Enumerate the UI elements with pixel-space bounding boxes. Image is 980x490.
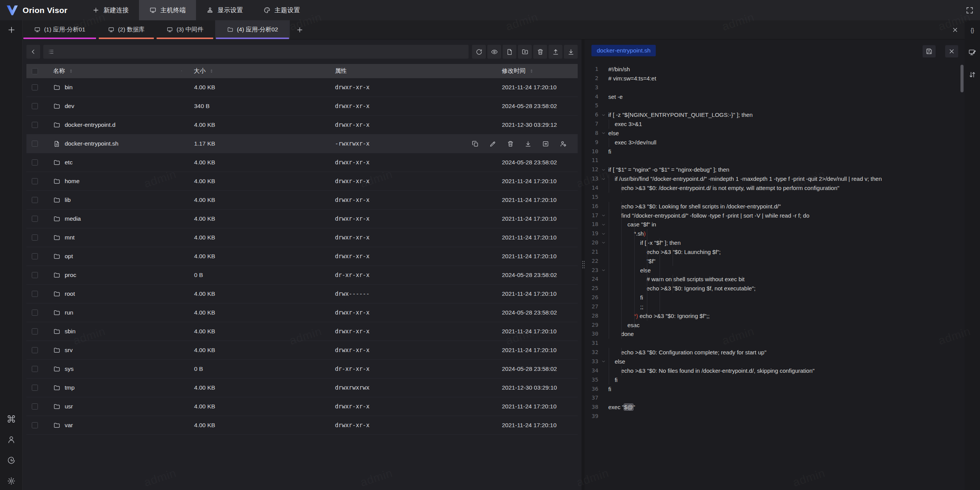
panel-divider[interactable] — [581, 39, 585, 490]
download-button[interactable] — [564, 45, 578, 59]
file-name[interactable]: tmp — [43, 384, 188, 392]
menu-host-terminal[interactable]: 主机终端 — [139, 0, 196, 20]
permission-action-button[interactable] — [560, 140, 567, 147]
table-row[interactable]: home4.00 KBdrwxr-xr-x2021-11-24 17:20:10 — [26, 172, 578, 191]
row-checkbox[interactable] — [32, 366, 38, 372]
table-row[interactable]: lib4.00 KBdrwxr-xr-x2021-11-24 17:20:10 — [26, 191, 578, 210]
file-name[interactable]: home — [43, 178, 188, 185]
fold-caret-icon[interactable] — [598, 211, 608, 220]
select-all-checkbox[interactable] — [32, 68, 38, 74]
row-checkbox[interactable] — [32, 141, 38, 147]
row-checkbox[interactable] — [32, 122, 38, 128]
fold-caret-icon[interactable] — [598, 266, 608, 275]
file-name[interactable]: usr — [43, 403, 188, 410]
column-header[interactable]: 名称 — [43, 64, 188, 78]
table-row[interactable]: root4.00 KBdrwx------2021-11-24 17:20:10 — [26, 285, 578, 303]
settings-button[interactable] — [7, 477, 16, 485]
fold-caret-icon[interactable] — [598, 357, 608, 366]
fold-caret-icon[interactable] — [598, 110, 608, 120]
file-name[interactable]: docker-entrypoint.sh — [43, 140, 188, 147]
fold-caret-icon[interactable] — [598, 165, 608, 174]
editor-scrollbar[interactable] — [960, 65, 964, 92]
new-connection-rail-button[interactable] — [0, 25, 23, 34]
fold-caret-icon[interactable] — [598, 238, 608, 247]
fullscreen-button[interactable] — [965, 0, 974, 20]
edit-action-button[interactable] — [489, 140, 497, 147]
table-row[interactable]: dev340 Bdrwxr-xr-x2024-05-28 23:58:02 — [26, 97, 578, 116]
table-row[interactable]: docker-entrypoint.sh1.17 KB-rwxrwxr-x — [26, 134, 578, 153]
table-row[interactable]: media4.00 KBdrwxr-xr-x2021-11-24 17:20:1… — [26, 210, 578, 228]
fold-caret-icon[interactable] — [598, 229, 608, 238]
file-name[interactable]: sbin — [43, 328, 188, 335]
row-checkbox[interactable] — [32, 84, 38, 90]
delete-button[interactable] — [533, 45, 547, 59]
quick-command-button[interactable] — [7, 415, 16, 423]
file-name[interactable]: etc — [43, 159, 188, 166]
table-row[interactable]: usr4.00 KBdrwxr-xr-x2021-11-24 17:20:10 — [26, 397, 578, 416]
table-row[interactable]: docker-entrypoint.d4.00 KBdrwxr-xr-x2021… — [26, 116, 578, 134]
file-name[interactable]: var — [43, 422, 188, 429]
new-file-button[interactable] — [503, 45, 516, 59]
table-row[interactable]: run4.00 KBdrwxr-xr-x2024-05-28 23:58:02 — [26, 303, 578, 322]
move-action-button[interactable] — [542, 140, 549, 147]
row-checkbox[interactable] — [32, 385, 38, 391]
scroll-swap-button[interactable] — [968, 70, 977, 79]
table-row[interactable]: tmp4.00 KBdrwxrwxrwx2021-12-30 03:29:10 — [26, 379, 578, 397]
menu-display-settings[interactable]: 显示设置 — [196, 0, 253, 20]
new-tab-button[interactable] — [291, 20, 309, 39]
new-folder-button[interactable] — [518, 45, 532, 59]
sort-icon[interactable] — [68, 68, 74, 74]
fold-caret-icon[interactable] — [598, 129, 608, 138]
snippets-button[interactable]: {} — [968, 26, 977, 34]
save-button[interactable] — [923, 45, 936, 57]
table-row[interactable]: var4.00 KBdrwxr-xr-x2021-11-24 17:20:10 — [26, 416, 578, 435]
row-checkbox[interactable] — [32, 234, 38, 241]
app-logo[interactable]: Orion Visor — [0, 0, 67, 20]
sort-icon[interactable] — [528, 68, 535, 74]
table-row[interactable]: opt4.00 KBdrwxr-xr-x2021-11-24 17:20:10 — [26, 247, 578, 266]
filter-icon[interactable] — [181, 68, 188, 74]
download-action-button[interactable] — [524, 140, 532, 147]
row-checkbox[interactable] — [32, 422, 38, 428]
row-checkbox[interactable] — [32, 216, 38, 222]
row-checkbox[interactable] — [32, 159, 38, 166]
theme-button[interactable] — [7, 456, 16, 465]
tab-2[interactable]: (2) 数据库 — [98, 20, 155, 39]
path-input[interactable] — [43, 45, 469, 59]
file-name[interactable]: run — [43, 309, 188, 316]
tab-3[interactable]: (3) 中间件 — [156, 20, 214, 39]
preview-button[interactable] — [487, 45, 501, 59]
file-name[interactable]: proc — [43, 272, 188, 279]
editor-close-button[interactable] — [945, 45, 958, 57]
row-checkbox[interactable] — [32, 310, 38, 316]
row-checkbox[interactable] — [32, 253, 38, 259]
table-row[interactable]: bin4.00 KBdrwxr-xr-x2021-11-24 17:20:10 — [26, 78, 578, 97]
row-checkbox[interactable] — [32, 347, 38, 353]
back-button[interactable] — [26, 45, 40, 59]
table-row[interactable]: srv4.00 KBdrwxr-xr-x2021-11-24 17:20:10 — [26, 341, 578, 360]
file-name[interactable]: root — [43, 290, 188, 298]
table-row[interactable]: proc0 Bdr-xr-xr-x2024-05-28 23:58:02 — [26, 266, 578, 285]
row-checkbox[interactable] — [32, 291, 38, 297]
row-checkbox[interactable] — [32, 197, 38, 203]
file-name[interactable]: sys — [43, 365, 188, 373]
file-name[interactable]: bin — [43, 84, 188, 91]
fold-caret-icon[interactable] — [598, 174, 608, 184]
column-header[interactable]: 修改时间 — [496, 64, 578, 78]
file-name[interactable]: dev — [43, 103, 188, 110]
file-tab[interactable]: docker-entrypoint.sh — [591, 45, 656, 56]
sort-icon[interactable] — [208, 68, 215, 74]
row-checkbox[interactable] — [32, 272, 38, 278]
row-checkbox[interactable] — [32, 103, 38, 109]
terminal-display-button[interactable] — [968, 48, 977, 57]
menu-new-connection[interactable]: 新建连接 — [82, 0, 139, 20]
close-panel-button[interactable] — [952, 20, 959, 39]
delete-action-button[interactable] — [507, 140, 514, 147]
file-name[interactable]: srv — [43, 347, 188, 354]
code-editor[interactable]: 1#!/bin/sh2# vim:sw=4:ts=4:et34set -e56i… — [585, 63, 959, 490]
copy-action-button[interactable] — [472, 140, 479, 147]
tab-4[interactable]: (4) 应用-分析02 — [215, 20, 290, 39]
row-checkbox[interactable] — [32, 328, 38, 334]
file-name[interactable]: lib — [43, 197, 188, 204]
file-name[interactable]: media — [43, 215, 188, 223]
